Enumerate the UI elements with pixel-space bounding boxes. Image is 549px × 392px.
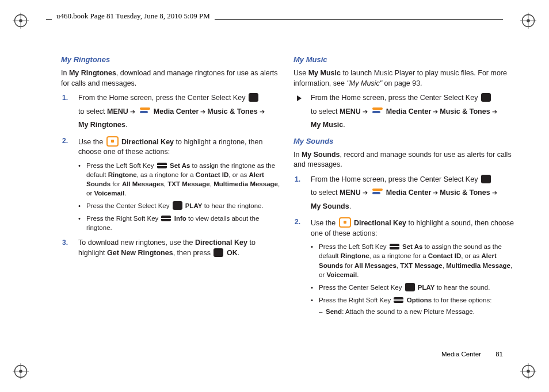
printer-mark-icon: [520, 363, 536, 379]
heading-my-sounds: My Sounds: [293, 136, 514, 147]
text: Press the Right Soft Key: [319, 297, 392, 303]
text-bold: All Messages: [122, 180, 164, 187]
step-2: 2. Use the Directional Key to highlight …: [311, 217, 514, 316]
text-bold: Send: [326, 308, 342, 315]
text-bold: Directional Key: [195, 239, 247, 247]
text-bold: Ringtone: [108, 171, 137, 178]
text-bold: Set As: [170, 162, 190, 169]
step-number: 1.: [295, 175, 300, 185]
text-bold: Music & Tones: [207, 107, 257, 116]
text: to hear the sound.: [434, 284, 490, 291]
text: : Attach the sound to a new Picture Mess…: [342, 308, 475, 315]
text: Press the Right Soft Key: [86, 215, 160, 222]
text-bold: My Ringtones: [78, 121, 125, 129]
triangle-bullet-icon: [297, 95, 302, 101]
text: to select: [78, 107, 107, 116]
step-2-bullets: Press the Left Soft Key Set As to assign…: [78, 161, 282, 233]
music-intro: Use My Music to launch Music Player to p…: [293, 68, 514, 89]
text: , then press: [173, 249, 213, 257]
text: Press the Left Soft Key: [319, 243, 388, 250]
text-italic: "My Music": [346, 79, 382, 87]
sounds-steps: 1. From the Home screen, press the Cente…: [293, 175, 514, 316]
svg-point-11: [19, 370, 22, 373]
text-bold: All Messages: [354, 262, 396, 269]
text: .: [125, 121, 127, 129]
text-bold: TXT Message: [400, 262, 443, 269]
text: In: [293, 151, 302, 159]
right-soft-key-icon: [394, 297, 403, 303]
text: .: [124, 190, 126, 197]
sounds-intro: In My Sounds, record and manage sounds f…: [293, 150, 514, 170]
text: Press the Center Select Key: [86, 202, 171, 209]
text: for: [110, 180, 122, 187]
text-bold: Info: [174, 215, 186, 222]
bullet: Press the Left Soft Key Set As to assign…: [86, 161, 282, 198]
text: From the Home screen, press the Center S…: [311, 94, 480, 102]
text-bold: Directional Key: [354, 219, 406, 227]
text: to select: [311, 107, 340, 116]
text: for: [343, 262, 354, 269]
music-steps: From the Home screen, press the Center S…: [293, 93, 514, 130]
right-soft-key-icon: [161, 216, 171, 221]
center-select-key-icon: [173, 201, 182, 210]
column-left: My Ringtones In My Ringtones, download a…: [61, 55, 282, 358]
step-number: 1.: [62, 93, 68, 103]
step: From the Home screen, press the Center S…: [311, 93, 514, 130]
bullet: Press the Right Soft Key Info to view de…: [86, 214, 282, 232]
media-center-icon: [140, 107, 150, 115]
sub-bullets: Send: Attach the sound to a new Picture …: [319, 307, 514, 316]
step-1: 1. From the Home screen, press the Cente…: [78, 93, 282, 130]
text-bold: PLAY: [185, 202, 203, 209]
text-bold: Voicemail: [94, 190, 124, 197]
text: Press the Center Select Key: [319, 284, 404, 291]
media-center-icon: [372, 188, 383, 196]
text: to hear the ringtone.: [202, 202, 263, 209]
text-bold: Contact ID: [428, 252, 462, 259]
page-body: My Ringtones In My Ringtones, download a…: [61, 55, 514, 358]
text: .: [357, 271, 359, 278]
text: , or as: [461, 252, 481, 259]
text-bold: OK: [227, 249, 238, 257]
arrow-icon: ➔: [260, 107, 265, 116]
text: to for these options:: [432, 297, 491, 303]
text-bold: My Music: [311, 121, 343, 129]
text-bold: Contact ID: [196, 171, 229, 178]
text: Press the Left Soft Key: [86, 162, 156, 169]
text-bold: Get New Ringtones: [107, 249, 173, 257]
arrow-icon: ➔: [363, 107, 368, 116]
heading-my-ringtones: My Ringtones: [61, 55, 282, 65]
step-number: 2.: [295, 217, 300, 227]
printer-mark-icon: [13, 363, 29, 379]
center-select-key-icon: [481, 175, 491, 183]
footer-section: Media Center: [441, 351, 481, 358]
ringtones-steps: 1. From the Home screen, press the Cente…: [61, 93, 282, 258]
text-bold: Music & Tones: [440, 189, 490, 197]
text-bold: Music & Tones: [440, 107, 490, 116]
arrow-icon: ➔: [492, 189, 497, 197]
sub-bullet: Send: Attach the sound to a new Picture …: [326, 307, 514, 316]
text-bold: Ringtone: [341, 252, 369, 259]
text: Use the: [311, 219, 338, 227]
text-bold: Media Center: [154, 107, 199, 116]
text: on page 93.: [382, 79, 422, 87]
center-select-key-icon: [249, 93, 258, 102]
text-bold: Multimedia Message: [214, 180, 278, 187]
text-bold: Multimedia Message: [446, 262, 510, 269]
text-bold: Media Center: [386, 107, 432, 116]
center-select-key-icon: [405, 283, 415, 291]
ringtones-intro: In My Ringtones, download and manage rin…: [61, 68, 282, 89]
arrow-icon: ➔: [433, 189, 438, 197]
left-soft-key-icon: [157, 163, 167, 168]
arrow-icon: ➔: [200, 107, 205, 116]
text: .: [238, 249, 239, 257]
text: .: [343, 121, 345, 129]
bullet: Press the Left Soft Key Set As to assign…: [319, 242, 514, 279]
svg-point-7: [527, 19, 530, 22]
printer-mark-icon: [13, 13, 29, 29]
step-number: 3.: [62, 238, 68, 248]
text-bold: My Sounds: [302, 151, 340, 159]
text-bold: Set As: [402, 243, 422, 250]
center-select-key-icon: [214, 248, 223, 257]
text: to select: [311, 189, 340, 197]
text: .: [349, 202, 351, 210]
